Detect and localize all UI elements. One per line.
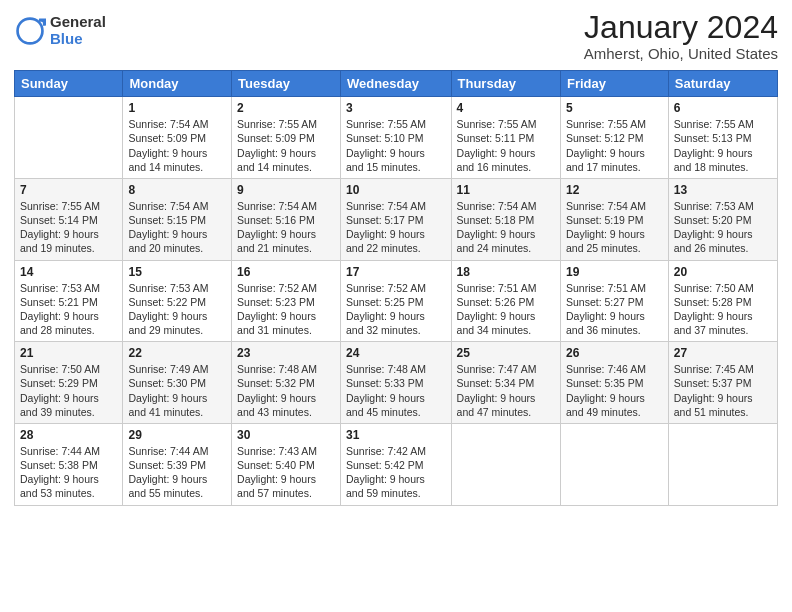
day-number: 13	[674, 183, 772, 197]
day-number: 12	[566, 183, 663, 197]
calendar-week-row: 21Sunrise: 7:50 AM Sunset: 5:29 PM Dayli…	[15, 342, 778, 424]
day-number: 21	[20, 346, 117, 360]
calendar-day-cell: 4Sunrise: 7:55 AM Sunset: 5:11 PM Daylig…	[451, 97, 560, 179]
day-info: Sunrise: 7:55 AM Sunset: 5:10 PM Dayligh…	[346, 117, 446, 174]
calendar-day-cell: 15Sunrise: 7:53 AM Sunset: 5:22 PM Dayli…	[123, 260, 232, 342]
calendar-day-cell: 30Sunrise: 7:43 AM Sunset: 5:40 PM Dayli…	[232, 423, 341, 505]
day-number: 8	[128, 183, 226, 197]
header-sunday: Sunday	[15, 71, 123, 97]
day-number: 28	[20, 428, 117, 442]
calendar-day-cell: 12Sunrise: 7:54 AM Sunset: 5:19 PM Dayli…	[560, 178, 668, 260]
day-number: 24	[346, 346, 446, 360]
day-number: 25	[457, 346, 555, 360]
day-info: Sunrise: 7:46 AM Sunset: 5:35 PM Dayligh…	[566, 362, 663, 419]
calendar-table: Sunday Monday Tuesday Wednesday Thursday…	[14, 70, 778, 505]
day-info: Sunrise: 7:51 AM Sunset: 5:27 PM Dayligh…	[566, 281, 663, 338]
calendar-day-cell: 14Sunrise: 7:53 AM Sunset: 5:21 PM Dayli…	[15, 260, 123, 342]
day-number: 30	[237, 428, 335, 442]
calendar-day-cell: 11Sunrise: 7:54 AM Sunset: 5:18 PM Dayli…	[451, 178, 560, 260]
logo-general-text: General	[50, 14, 106, 31]
day-info: Sunrise: 7:54 AM Sunset: 5:18 PM Dayligh…	[457, 199, 555, 256]
day-number: 1	[128, 101, 226, 115]
header-friday: Friday	[560, 71, 668, 97]
logo-text: General Blue	[50, 14, 106, 47]
day-info: Sunrise: 7:55 AM Sunset: 5:09 PM Dayligh…	[237, 117, 335, 174]
calendar-day-cell: 3Sunrise: 7:55 AM Sunset: 5:10 PM Daylig…	[340, 97, 451, 179]
day-number: 23	[237, 346, 335, 360]
calendar-day-cell: 13Sunrise: 7:53 AM Sunset: 5:20 PM Dayli…	[668, 178, 777, 260]
calendar-day-cell: 22Sunrise: 7:49 AM Sunset: 5:30 PM Dayli…	[123, 342, 232, 424]
day-number: 4	[457, 101, 555, 115]
calendar-day-cell: 1Sunrise: 7:54 AM Sunset: 5:09 PM Daylig…	[123, 97, 232, 179]
calendar-body: 1Sunrise: 7:54 AM Sunset: 5:09 PM Daylig…	[15, 97, 778, 505]
calendar-day-cell: 2Sunrise: 7:55 AM Sunset: 5:09 PM Daylig…	[232, 97, 341, 179]
day-number: 18	[457, 265, 555, 279]
calendar-day-cell: 16Sunrise: 7:52 AM Sunset: 5:23 PM Dayli…	[232, 260, 341, 342]
day-number: 6	[674, 101, 772, 115]
day-number: 31	[346, 428, 446, 442]
day-info: Sunrise: 7:54 AM Sunset: 5:19 PM Dayligh…	[566, 199, 663, 256]
day-info: Sunrise: 7:55 AM Sunset: 5:12 PM Dayligh…	[566, 117, 663, 174]
calendar-day-cell: 20Sunrise: 7:50 AM Sunset: 5:28 PM Dayli…	[668, 260, 777, 342]
page-container: General Blue January 2024 Amherst, Ohio,…	[0, 0, 792, 516]
day-number: 14	[20, 265, 117, 279]
calendar-day-cell: 7Sunrise: 7:55 AM Sunset: 5:14 PM Daylig…	[15, 178, 123, 260]
header-monday: Monday	[123, 71, 232, 97]
day-info: Sunrise: 7:44 AM Sunset: 5:39 PM Dayligh…	[128, 444, 226, 501]
day-number: 16	[237, 265, 335, 279]
logo: General Blue	[14, 14, 106, 47]
day-number: 11	[457, 183, 555, 197]
calendar-day-cell: 17Sunrise: 7:52 AM Sunset: 5:25 PM Dayli…	[340, 260, 451, 342]
day-info: Sunrise: 7:55 AM Sunset: 5:14 PM Dayligh…	[20, 199, 117, 256]
day-number: 26	[566, 346, 663, 360]
day-number: 7	[20, 183, 117, 197]
day-info: Sunrise: 7:50 AM Sunset: 5:29 PM Dayligh…	[20, 362, 117, 419]
calendar-day-cell: 9Sunrise: 7:54 AM Sunset: 5:16 PM Daylig…	[232, 178, 341, 260]
calendar-week-row: 1Sunrise: 7:54 AM Sunset: 5:09 PM Daylig…	[15, 97, 778, 179]
calendar-subtitle: Amherst, Ohio, United States	[584, 45, 778, 62]
calendar-day-cell: 8Sunrise: 7:54 AM Sunset: 5:15 PM Daylig…	[123, 178, 232, 260]
header-tuesday: Tuesday	[232, 71, 341, 97]
calendar-day-cell	[451, 423, 560, 505]
day-number: 22	[128, 346, 226, 360]
calendar-day-cell: 31Sunrise: 7:42 AM Sunset: 5:42 PM Dayli…	[340, 423, 451, 505]
day-info: Sunrise: 7:53 AM Sunset: 5:22 PM Dayligh…	[128, 281, 226, 338]
calendar-day-cell: 27Sunrise: 7:45 AM Sunset: 5:37 PM Dayli…	[668, 342, 777, 424]
day-number: 20	[674, 265, 772, 279]
day-info: Sunrise: 7:54 AM Sunset: 5:15 PM Dayligh…	[128, 199, 226, 256]
calendar-day-cell: 21Sunrise: 7:50 AM Sunset: 5:29 PM Dayli…	[15, 342, 123, 424]
header-wednesday: Wednesday	[340, 71, 451, 97]
calendar-day-cell: 25Sunrise: 7:47 AM Sunset: 5:34 PM Dayli…	[451, 342, 560, 424]
day-info: Sunrise: 7:51 AM Sunset: 5:26 PM Dayligh…	[457, 281, 555, 338]
day-number: 29	[128, 428, 226, 442]
day-number: 3	[346, 101, 446, 115]
day-number: 5	[566, 101, 663, 115]
day-info: Sunrise: 7:47 AM Sunset: 5:34 PM Dayligh…	[457, 362, 555, 419]
logo-icon	[14, 15, 46, 47]
header-thursday: Thursday	[451, 71, 560, 97]
calendar-day-cell: 28Sunrise: 7:44 AM Sunset: 5:38 PM Dayli…	[15, 423, 123, 505]
day-info: Sunrise: 7:42 AM Sunset: 5:42 PM Dayligh…	[346, 444, 446, 501]
day-number: 17	[346, 265, 446, 279]
day-info: Sunrise: 7:54 AM Sunset: 5:16 PM Dayligh…	[237, 199, 335, 256]
header: General Blue January 2024 Amherst, Ohio,…	[14, 10, 778, 62]
day-info: Sunrise: 7:55 AM Sunset: 5:11 PM Dayligh…	[457, 117, 555, 174]
day-info: Sunrise: 7:50 AM Sunset: 5:28 PM Dayligh…	[674, 281, 772, 338]
header-saturday: Saturday	[668, 71, 777, 97]
day-number: 27	[674, 346, 772, 360]
day-number: 19	[566, 265, 663, 279]
logo-blue-text: Blue	[50, 31, 106, 48]
calendar-day-cell: 5Sunrise: 7:55 AM Sunset: 5:12 PM Daylig…	[560, 97, 668, 179]
day-info: Sunrise: 7:45 AM Sunset: 5:37 PM Dayligh…	[674, 362, 772, 419]
day-info: Sunrise: 7:48 AM Sunset: 5:33 PM Dayligh…	[346, 362, 446, 419]
calendar-day-cell	[560, 423, 668, 505]
calendar-day-cell	[15, 97, 123, 179]
calendar-week-row: 28Sunrise: 7:44 AM Sunset: 5:38 PM Dayli…	[15, 423, 778, 505]
calendar-day-cell: 24Sunrise: 7:48 AM Sunset: 5:33 PM Dayli…	[340, 342, 451, 424]
day-info: Sunrise: 7:44 AM Sunset: 5:38 PM Dayligh…	[20, 444, 117, 501]
day-info: Sunrise: 7:52 AM Sunset: 5:23 PM Dayligh…	[237, 281, 335, 338]
day-info: Sunrise: 7:55 AM Sunset: 5:13 PM Dayligh…	[674, 117, 772, 174]
calendar-week-row: 14Sunrise: 7:53 AM Sunset: 5:21 PM Dayli…	[15, 260, 778, 342]
calendar-day-cell: 23Sunrise: 7:48 AM Sunset: 5:32 PM Dayli…	[232, 342, 341, 424]
day-info: Sunrise: 7:54 AM Sunset: 5:09 PM Dayligh…	[128, 117, 226, 174]
